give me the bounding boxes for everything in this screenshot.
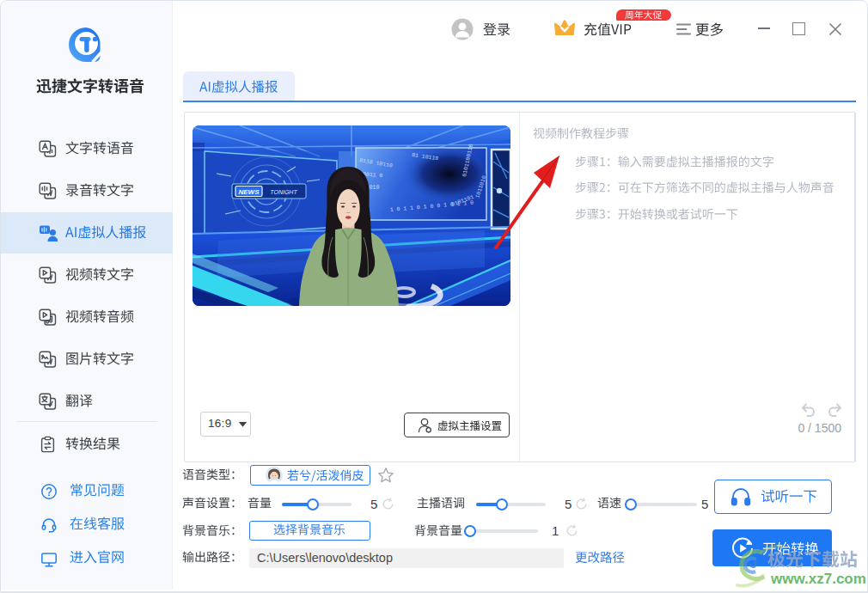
svg-text:TONIGHT: TONIGHT xyxy=(270,189,297,195)
svg-text:NEWS: NEWS xyxy=(239,188,260,196)
